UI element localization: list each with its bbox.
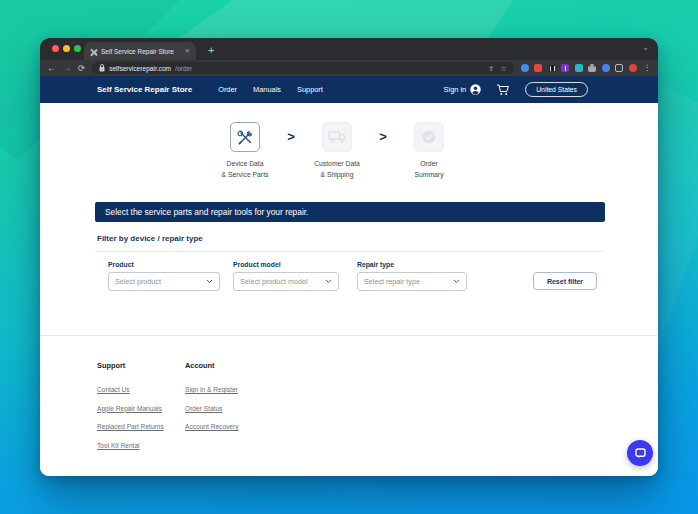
- sign-in-link[interactable]: Sign in: [444, 84, 482, 95]
- desktop-wallpaper: Self Service Repair Store ✕ + ⌄ ← → ⟳ se…: [0, 0, 698, 514]
- nav-item-support[interactable]: Support: [297, 85, 323, 94]
- nav-item-manuals[interactable]: Manuals: [253, 85, 281, 94]
- footer-link-tool-kit-rental[interactable]: Tool Kit Rental: [97, 442, 164, 449]
- extensions-area: [521, 64, 637, 72]
- step-label: Order Summary: [414, 159, 443, 180]
- url-path: /order: [175, 65, 484, 72]
- close-window-button[interactable]: [52, 45, 59, 52]
- tab-close-icon[interactable]: ✕: [185, 48, 190, 55]
- zoom-window-button[interactable]: [74, 45, 81, 52]
- check-circle-icon: [421, 129, 437, 145]
- extension-icon[interactable]: [615, 64, 623, 72]
- footer-link-account-recovery[interactable]: Account Recovery: [185, 423, 239, 430]
- step-chevron-icon: >: [283, 122, 299, 180]
- step-box-inactive: [322, 122, 352, 152]
- account-person-icon: [470, 84, 481, 95]
- product-model-field: Product model Select product model: [233, 261, 339, 291]
- tools-icon: [237, 129, 254, 146]
- chevron-down-icon: [325, 279, 332, 284]
- sign-in-label: Sign in: [444, 85, 467, 94]
- region-selector-button[interactable]: United States: [525, 82, 588, 97]
- footer-support-column: Support Contact Us Apple Repair Manuals …: [97, 361, 164, 460]
- footer-heading-support: Support: [97, 361, 164, 370]
- url-host: selfservicerepair.com: [109, 65, 171, 72]
- chat-button[interactable]: [627, 440, 653, 466]
- footer-link-order-status[interactable]: Order Status: [185, 405, 239, 412]
- step-device-data: Device Data & Service Parts: [207, 122, 283, 180]
- step-customer-data: Customer Data & Shipping: [299, 122, 375, 180]
- instruction-banner: Select the service parts and repair tool…: [95, 202, 605, 222]
- browser-window: Self Service Repair Store ✕ + ⌄ ← → ⟳ se…: [40, 38, 658, 476]
- share-icon[interactable]: ⇧: [488, 65, 494, 72]
- minimize-window-button[interactable]: [63, 45, 70, 52]
- browser-tab[interactable]: Self Service Repair Store ✕: [84, 42, 196, 60]
- product-label: Product: [108, 261, 220, 268]
- site-favicon-icon: [90, 48, 97, 55]
- site-header: Self Service Repair Store Order Manuals …: [40, 76, 658, 103]
- repair-type-label: Repair type: [357, 261, 467, 268]
- repair-type-select[interactable]: Select repair type: [357, 272, 467, 291]
- browser-toolbar: ← → ⟳ selfservicerepair.com /order ⇧ ☆: [40, 60, 658, 76]
- tab-title: Self Service Repair Store: [101, 48, 181, 55]
- divider: [40, 335, 658, 336]
- browser-tab-bar: Self Service Repair Store ✕ + ⌄: [40, 38, 658, 60]
- footer-link-contact-us[interactable]: Contact Us: [97, 386, 164, 393]
- chevron-down-icon: [453, 279, 460, 284]
- step-box-inactive: [414, 122, 444, 152]
- product-model-label: Product model: [233, 261, 339, 268]
- tab-overflow-chevron-icon[interactable]: ⌄: [642, 43, 649, 52]
- extension-icon[interactable]: [534, 64, 542, 72]
- header-actions: Sign in United States: [444, 82, 588, 97]
- footer-account-column: Account Sign in & Register Order Status …: [185, 361, 239, 442]
- step-order-summary: Order Summary: [391, 122, 467, 180]
- step-label: Customer Data & Shipping: [314, 159, 360, 180]
- bookmark-star-icon[interactable]: ☆: [500, 65, 506, 72]
- footer-heading-account: Account: [185, 361, 239, 370]
- browser-menu-icon[interactable]: ⋮: [644, 64, 652, 72]
- extension-icon[interactable]: [561, 64, 569, 72]
- lock-icon: [99, 64, 105, 72]
- chevron-down-icon: [206, 279, 213, 284]
- product-field: Product Select product: [108, 261, 220, 291]
- extension-icon[interactable]: [575, 64, 583, 72]
- product-select[interactable]: Select product: [108, 272, 220, 291]
- extension-icon[interactable]: [521, 64, 529, 72]
- puzzle-extensions-icon[interactable]: [588, 64, 596, 72]
- main-nav: Order Manuals Support: [218, 85, 323, 94]
- step-chevron-icon: >: [375, 122, 391, 180]
- reload-button[interactable]: ⟳: [78, 64, 85, 73]
- divider: [95, 251, 603, 252]
- address-bar[interactable]: selfservicerepair.com /order ⇧ ☆: [92, 62, 513, 74]
- extension-icon[interactable]: [629, 64, 637, 72]
- forward-button[interactable]: →: [63, 64, 72, 73]
- chat-bubble-icon: [634, 447, 647, 460]
- repair-type-field: Repair type Select repair type: [357, 261, 467, 291]
- reset-filter-button[interactable]: Reset filter: [533, 272, 597, 290]
- cart-icon[interactable]: [496, 84, 510, 96]
- page-content: Device Data & Service Parts >: [40, 103, 658, 476]
- step-box-active: [230, 122, 260, 152]
- footer-link-apple-repair-manuals[interactable]: Apple Repair Manuals: [97, 405, 164, 412]
- extension-icon[interactable]: [548, 64, 556, 72]
- new-tab-button[interactable]: +: [208, 40, 214, 60]
- footer-link-sign-in-register[interactable]: Sign in & Register: [185, 386, 239, 393]
- filter-heading: Filter by device / repair type: [97, 234, 203, 243]
- step-label: Device Data & Service Parts: [222, 159, 269, 180]
- nav-item-order[interactable]: Order: [218, 85, 237, 94]
- footer-link-replaced-part-returns[interactable]: Replaced Part Returns: [97, 423, 164, 430]
- window-controls: [52, 45, 81, 52]
- site-brand[interactable]: Self Service Repair Store: [97, 85, 192, 94]
- product-model-select[interactable]: Select product model: [233, 272, 339, 291]
- truck-icon: [328, 130, 347, 144]
- back-button[interactable]: ←: [47, 64, 56, 73]
- extension-icon[interactable]: [602, 64, 610, 72]
- checkout-progress: Device Data & Service Parts >: [40, 122, 646, 180]
